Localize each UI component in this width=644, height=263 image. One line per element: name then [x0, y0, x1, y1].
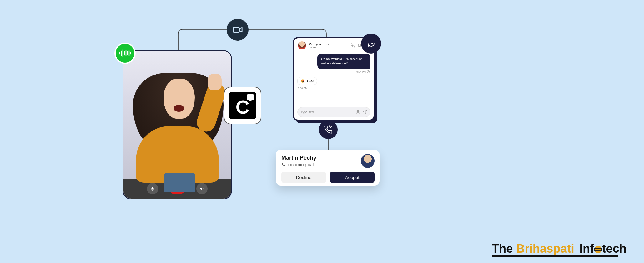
phone-icon[interactable]: [350, 43, 355, 48]
chat-header: Marry willon Online: [297, 41, 370, 51]
svg-point-17: [358, 111, 359, 112]
message-them: Oh no! would a 10% discount make a diffe…: [317, 54, 370, 69]
send-icon[interactable]: [363, 110, 367, 114]
incoming-call-card: Martin Péchy incoming call Decline Accpe…: [276, 150, 380, 186]
emoji-icon: 🤩: [301, 79, 304, 83]
video-feed: [123, 51, 231, 179]
svg-rect-1: [152, 190, 153, 191]
clock-icon: [367, 70, 370, 73]
svg-point-16: [357, 111, 358, 112]
message-me: 🤩 YES!: [297, 77, 317, 85]
chat-input-bar: [297, 107, 370, 117]
accept-button[interactable]: Accpet: [330, 172, 375, 183]
message-them-time: 9:34 PM: [356, 70, 370, 73]
caller-avatar: [361, 154, 375, 168]
audio-badge: [114, 43, 136, 64]
person-illustration: [123, 51, 231, 179]
decline-button[interactable]: Decline: [281, 172, 326, 183]
chat-badge: [361, 34, 381, 54]
speaker-button[interactable]: [196, 183, 208, 194]
center-letter: C: [236, 97, 250, 119]
avatar: [298, 41, 306, 49]
svg-point-15: [356, 110, 360, 114]
svg-point-18: [370, 43, 370, 44]
svg-point-19: [371, 43, 372, 44]
chat-user-name: Marry willon: [309, 42, 329, 46]
message-me-text: YES!: [306, 79, 314, 83]
emoji-icon[interactable]: [356, 110, 360, 114]
mic-icon: [150, 186, 155, 191]
call-status: incoming call: [281, 162, 316, 167]
svg-rect-0: [233, 27, 239, 33]
chat-card: Marry willon Online Oh no! would a 10% d…: [293, 37, 375, 121]
camera-icon: [232, 24, 243, 35]
center-app-icon: C: [224, 87, 261, 124]
speaker-icon: [199, 186, 204, 191]
camera-badge: [227, 19, 249, 41]
audio-wave-icon: [119, 49, 131, 58]
globe-icon: [594, 246, 602, 253]
phone-badge: [319, 120, 338, 139]
caller-name: Martin Péchy: [281, 155, 316, 161]
svg-rect-10: [358, 44, 361, 47]
chat-user: Marry willon Online: [298, 41, 329, 49]
svg-point-20: [372, 43, 373, 44]
message-me-time: 9:36 PM: [298, 87, 307, 90]
phone-small-icon: [281, 162, 286, 167]
chat-user-status: Online: [309, 46, 329, 49]
chat-bubble-icon: [366, 39, 376, 48]
mic-button[interactable]: [147, 183, 158, 194]
chat-input[interactable]: [301, 111, 353, 114]
video-call-card: [123, 50, 232, 199]
brand-logo: The Brihaspati Inftech: [492, 242, 626, 257]
phone-icon: [324, 125, 333, 134]
chat-body: Oh no! would a 10% discount make a diffe…: [297, 51, 370, 104]
speech-bubble-icon: [247, 94, 254, 100]
